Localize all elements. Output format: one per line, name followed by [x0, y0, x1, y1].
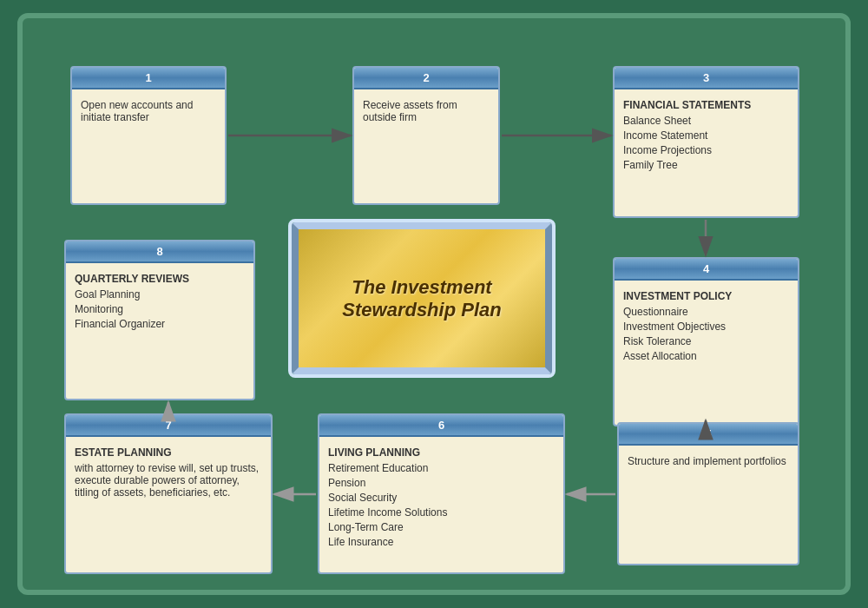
card-card4-line-0: Questionnaire — [623, 306, 789, 318]
card-card4-header: 4 — [615, 259, 798, 281]
card-card4-line-1: Investment Objectives — [623, 321, 789, 333]
card-card2-header: 2 — [354, 68, 498, 89]
card-card6-title: LIVING PLANNING — [328, 446, 555, 459]
card-card5-line-0: Structure and implement portfolios — [628, 455, 789, 467]
card-card5-body: Structure and implement portfolios — [619, 446, 798, 564]
card-card8-header: 8 — [66, 241, 253, 263]
card-card3-line-2: Income Projections — [623, 144, 789, 156]
card-card6: 6LIVING PLANNINGRetirement EducationPens… — [318, 413, 565, 574]
card-card6-line-0: Retirement Education — [328, 462, 555, 474]
card-card4-title: INVESTMENT POLICY — [623, 290, 789, 302]
card-card8-line-2: Financial Organizer — [75, 318, 245, 330]
card-card7-header: 7 — [66, 415, 271, 437]
card-card5: 5Structure and implement portfolios — [617, 422, 799, 565]
card-card3-header: 3 — [615, 68, 798, 89]
card-card7-title: ESTATE PLANNING — [75, 446, 262, 459]
card-card3: 3FINANCIAL STATEMENTSBalance SheetIncome… — [613, 66, 799, 218]
card-card6-header: 6 — [319, 415, 563, 437]
card-card5-header: 5 — [619, 424, 798, 446]
card-card6-body: LIVING PLANNINGRetirement EducationPensi… — [319, 437, 563, 572]
card-card6-line-2: Social Security — [328, 492, 555, 504]
card-card6-line-3: Lifetime Income Solutions — [328, 506, 555, 519]
card-card8: 8QUARTERLY REVIEWSGoal PlanningMonitorin… — [64, 240, 255, 400]
card-card8-line-1: Monitoring — [75, 303, 245, 315]
card-card8-line-0: Goal Planning — [75, 288, 245, 301]
card-card4-line-3: Asset Allocation — [623, 350, 789, 362]
card-card7-body: ESTATE PLANNINGwith attorney to revise w… — [66, 437, 271, 572]
card-card6-line-5: Life Insurance — [328, 536, 555, 548]
card-card7: 7ESTATE PLANNINGwith attorney to revise … — [64, 413, 273, 574]
card-card4-line-2: Risk Tolerance — [623, 335, 789, 347]
card-card1-header: 1 — [72, 68, 225, 89]
card-card2-body: Receive assets from outside firm — [354, 89, 498, 203]
card-card1-body: Open new accounts and initiate transfer — [72, 89, 225, 203]
card-card3-line-3: Family Tree — [623, 159, 789, 171]
main-frame: 1Open new accounts and initiate transfer… — [17, 13, 851, 595]
card-card3-line-0: Balance Sheet — [623, 115, 789, 127]
card-card2: 2Receive assets from outside firm — [352, 66, 500, 205]
center-frame: The InvestmentStewardship Plan — [292, 222, 552, 374]
card-card8-body: QUARTERLY REVIEWSGoal PlanningMonitoring… — [66, 263, 253, 399]
card-card3-body: FINANCIAL STATEMENTSBalance SheetIncome … — [615, 89, 798, 216]
card-card3-title: FINANCIAL STATEMENTS — [623, 99, 789, 111]
center-title: The InvestmentStewardship Plan — [342, 276, 501, 321]
card-card6-line-1: Pension — [328, 477, 555, 489]
card-card6-line-4: Long-Term Care — [328, 521, 555, 533]
card-card7-line-0: with attorney to revise will, set up tru… — [75, 462, 262, 499]
card-card4: 4INVESTMENT POLICYQuestionnaireInvestmen… — [613, 257, 799, 426]
card-card8-title: QUARTERLY REVIEWS — [75, 273, 245, 285]
card-card1-line-0: Open new accounts and initiate transfer — [81, 99, 216, 123]
card-card4-body: INVESTMENT POLICYQuestionnaireInvestment… — [615, 281, 798, 425]
card-card1: 1Open new accounts and initiate transfer — [70, 66, 227, 205]
card-card2-line-0: Receive assets from outside firm — [363, 99, 490, 123]
card-card3-line-1: Income Statement — [623, 129, 789, 142]
